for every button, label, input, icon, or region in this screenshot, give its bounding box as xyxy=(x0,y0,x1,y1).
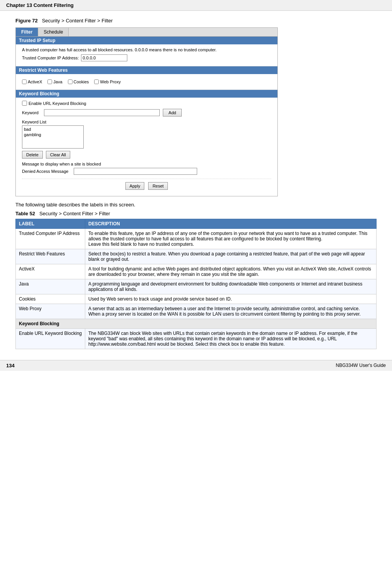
delete-row: Delete Clear All xyxy=(22,151,271,159)
description-cell: Used by Web servers to track usage and p… xyxy=(85,294,377,304)
footer-page-number: 134 xyxy=(6,363,15,368)
activex-checkbox-item: ActiveX xyxy=(22,79,42,84)
description-cell: A server that acts as an intermediary be… xyxy=(85,304,377,319)
label-cell: Enable URL Keyword Blocking xyxy=(16,329,85,349)
keyword-blocking-content: Enable URL Keyword Blocking Keyword Add … xyxy=(16,98,277,196)
cookies-checkbox-item: Cookies xyxy=(68,79,89,84)
label-cell: ActiveX xyxy=(16,264,85,279)
activex-checkbox[interactable] xyxy=(22,79,27,84)
delete-button[interactable]: Delete xyxy=(22,151,43,159)
enable-url-checkbox[interactable] xyxy=(22,101,27,106)
keyword-item-bad[interactable]: bad xyxy=(23,127,83,132)
table-row: Trusted Computer IP AddressTo enable thi… xyxy=(16,229,377,249)
table-row: CookiesUsed by Web servers to track usag… xyxy=(16,294,377,304)
denied-access-label: Denied Access Message xyxy=(22,169,68,174)
java-checkbox-item: Java xyxy=(47,79,62,84)
figure-title: Figure 72 Security > Content Filter > Fi… xyxy=(15,18,377,24)
col-description: DESCRIPTION xyxy=(85,219,377,229)
trusted-ip-info: A trusted computer has full access to al… xyxy=(22,47,271,52)
table-row: Web ProxyA server that acts as an interm… xyxy=(16,304,377,319)
table-label: Table 52 xyxy=(15,211,35,216)
message-label: Message to display when a site is blocke… xyxy=(22,162,271,166)
enable-url-row: Enable URL Keyword Blocking xyxy=(22,101,271,106)
footer-guide-name: NBG334W User's Guide xyxy=(336,363,386,368)
trusted-ip-input[interactable] xyxy=(81,54,127,61)
table-row: ActiveXA tool for building dynamic and a… xyxy=(16,264,377,279)
page-content: Figure 72 Security > Content Filter > Fi… xyxy=(0,11,392,356)
keyword-listbox[interactable]: bad gambling xyxy=(22,125,84,149)
figure-caption: Security > Content Filter > Filter xyxy=(42,18,113,24)
activex-label: ActiveX xyxy=(28,79,42,84)
description-text: The following table describes the labels… xyxy=(15,202,377,208)
web-proxy-checkbox[interactable] xyxy=(94,79,99,84)
apply-row: Apply Reset xyxy=(22,179,271,193)
table-row: JavaA programming language and developme… xyxy=(16,279,377,294)
trusted-ip-content: A trusted computer has full access to al… xyxy=(16,44,277,66)
figure-label: Figure 72 xyxy=(15,18,38,24)
chapter-title: Chapter 13 Content Filtering xyxy=(6,2,74,8)
clear-all-button[interactable]: Clear All xyxy=(46,151,70,159)
label-cell: Restrict Web Features xyxy=(16,249,85,264)
restrict-web-content: ActiveX Java Cookies Web Proxy xyxy=(16,74,277,90)
label-cell: Cookies xyxy=(16,294,85,304)
panel-body: Trusted IP Setup A trusted computer has … xyxy=(16,37,277,196)
label-cell: Java xyxy=(16,279,85,294)
keyword-item-gambling[interactable]: gambling xyxy=(23,132,83,137)
enable-url-label: Enable URL Keyword Blocking xyxy=(29,101,86,106)
table-row: Restrict Web FeaturesSelect the box(es) … xyxy=(16,249,377,264)
web-proxy-checkbox-item: Web Proxy xyxy=(94,79,121,84)
denied-row: Denied Access Message xyxy=(22,168,271,175)
page-header: Chapter 13 Content Filtering xyxy=(0,0,392,11)
col-label: LABEL xyxy=(16,219,85,229)
section-header-cell: Keyword Blocking xyxy=(16,319,377,329)
description-cell: To enable this feature, type an IP addre… xyxy=(85,229,377,249)
ui-panel: Filter Schedule Trusted IP Setup A trust… xyxy=(15,27,278,196)
tab-schedule[interactable]: Schedule xyxy=(38,28,69,36)
tab-bar: Filter Schedule xyxy=(16,28,277,37)
trusted-ip-row: Trusted Computer IP Address: xyxy=(22,54,271,61)
denied-access-input[interactable] xyxy=(74,168,197,175)
label-cell: Trusted Computer IP Address xyxy=(16,229,85,249)
add-button[interactable]: Add xyxy=(163,109,182,117)
keyword-input[interactable] xyxy=(44,109,160,116)
table-header-row: LABEL DESCRIPTION xyxy=(16,219,377,229)
table-row: Keyword Blocking xyxy=(16,319,377,329)
table-row: Enable URL Keyword BlockingThe NBG334W c… xyxy=(16,329,377,349)
description-cell: A programming language and development e… xyxy=(85,279,377,294)
keyword-list-label: Keyword List xyxy=(22,120,271,124)
cookies-checkbox[interactable] xyxy=(68,79,73,84)
label-cell: Web Proxy xyxy=(16,304,85,319)
data-table: LABEL DESCRIPTION Trusted Computer IP Ad… xyxy=(15,219,377,349)
description-cell: The NBG334W can block Web sites with URL… xyxy=(85,329,377,349)
java-checkbox[interactable] xyxy=(47,79,52,84)
web-proxy-label: Web Proxy xyxy=(100,79,121,84)
keyword-input-row: Keyword Add xyxy=(22,109,271,117)
table-caption: Security > Content Filter > Filter xyxy=(39,211,110,216)
java-label: Java xyxy=(53,79,62,84)
table-title: Table 52 Security > Content Filter > Fil… xyxy=(15,211,377,216)
description-cell: A tool for building dynamic and active W… xyxy=(85,264,377,279)
trusted-ip-label: Trusted Computer IP Address: xyxy=(22,56,79,60)
apply-button[interactable]: Apply xyxy=(125,182,145,190)
trusted-ip-header: Trusted IP Setup xyxy=(16,37,277,44)
reset-button[interactable]: Reset xyxy=(148,182,168,190)
keyword-label: Keyword xyxy=(22,110,39,115)
page-footer: 134 NBG334W User's Guide xyxy=(0,360,392,371)
keyword-blocking-header: Keyword Blocking xyxy=(16,90,277,98)
description-cell: Select the box(es) to restrict a feature… xyxy=(85,249,377,264)
tab-filter[interactable]: Filter xyxy=(16,28,38,36)
restrict-web-checkboxes: ActiveX Java Cookies Web Proxy xyxy=(22,77,271,86)
cookies-label: Cookies xyxy=(74,79,89,84)
restrict-web-header: Restrict Web Features xyxy=(16,66,277,74)
